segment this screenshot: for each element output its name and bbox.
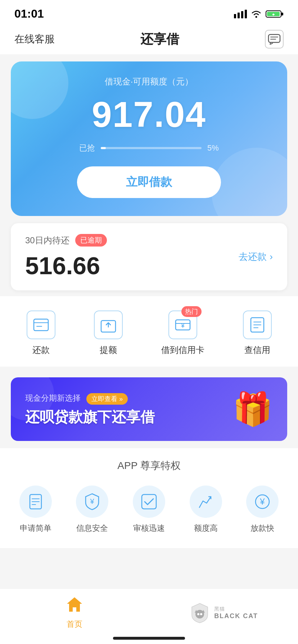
- privileges-grid: 申请简单 ¥ 信息安全 审核迅速: [7, 486, 291, 534]
- icon-grid: 还款 提额 热门 ¥ 借到信用卡: [0, 296, 298, 367]
- svg-rect-8: [268, 34, 280, 42]
- repay-left: 30日内待还 已逾期 516.66: [25, 234, 107, 280]
- overdue-badge: 已逾期: [75, 234, 107, 247]
- credit-card-icon: ¥: [175, 318, 191, 331]
- svg-point-33: [197, 613, 199, 615]
- icon-item-raise[interactable]: 提额: [94, 310, 123, 356]
- credit-icon-box: 热门 ¥: [168, 310, 197, 339]
- icon-item-credit-card[interactable]: 热门 ¥ 借到信用卡: [161, 310, 204, 356]
- bottom-nav: 首页 黑猫 BLACK CAT: [0, 588, 298, 644]
- bottom-nav-right: 黑猫 BLACK CAT: [149, 602, 298, 624]
- icon-label-raise: 提额: [100, 344, 117, 356]
- svg-rect-1: [238, 13, 240, 18]
- banner-small-text: 现金分期新选择 立即查看 »: [25, 393, 155, 404]
- svg-rect-0: [234, 14, 236, 18]
- go-repay-button[interactable]: 去还款 ›: [239, 250, 273, 263]
- nav-bar: 在线客服 还享借: [0, 24, 298, 54]
- bottom-nav-home-label: 首页: [67, 619, 82, 630]
- svg-rect-27: [142, 494, 156, 509]
- signal-icon: [234, 10, 247, 18]
- hero-progress-bar: [101, 147, 202, 149]
- privilege-label-security: 信息安全: [76, 523, 108, 534]
- icon-label-check-credit: 查信用: [244, 344, 270, 356]
- svg-point-4: [256, 16, 257, 18]
- shield-icon: ¥: [84, 493, 100, 510]
- status-icons: [234, 9, 284, 19]
- svg-point-34: [200, 613, 202, 615]
- svg-rect-6: [281, 13, 283, 15]
- hot-badge: 热门: [181, 306, 202, 317]
- hero-card: 借现金·可用额度（元） 917.04 已抢 5% 立即借款: [11, 61, 287, 216]
- doc-icon: [28, 494, 44, 510]
- raise-icon: [100, 317, 116, 333]
- privilege-item-security: ¥ 信息安全: [76, 486, 108, 534]
- privilege-item-simple: 申请简单: [19, 486, 52, 534]
- black-cat-logo: [189, 602, 211, 624]
- black-cat-text: BLACK CAT: [214, 612, 258, 620]
- chat-icon-btn[interactable]: [265, 30, 284, 49]
- hero-subtitle: 借现金·可用额度（元）: [25, 76, 273, 87]
- chat-icon: [268, 34, 281, 45]
- privileges-section: APP 尊享特权 申请简单 ¥ 信息安全: [0, 448, 298, 548]
- chart-icon-circle: [190, 486, 222, 518]
- bottom-nav-home[interactable]: 首页: [0, 596, 149, 630]
- check-circle-icon-circle: [133, 486, 165, 518]
- hero-progress-fill: [101, 147, 106, 149]
- svg-text:¥: ¥: [90, 497, 95, 505]
- privilege-item-fast-loan: ¥ 放款快: [246, 486, 279, 534]
- check-circle-icon: [141, 494, 157, 510]
- hero-progress-pct: 5%: [207, 143, 219, 153]
- icon-label-credit-card: 借到信用卡: [161, 344, 204, 356]
- privilege-label-high-limit: 额度高: [194, 523, 218, 534]
- banner-left: 现金分期新选择 立即查看 » 还呗贷款旗下还享借: [25, 393, 155, 425]
- privilege-item-fast-review: 审核迅速: [133, 486, 165, 534]
- yen-icon: ¥: [254, 494, 270, 510]
- hero-progress-label: 已抢: [79, 143, 95, 153]
- privilege-label-simple: 申请简单: [20, 523, 51, 534]
- wifi-icon: [250, 10, 262, 18]
- status-bar: 01:01: [0, 0, 298, 24]
- repay-amount: 516.66: [25, 252, 107, 280]
- repay-card: 30日内待还 已逾期 516.66 去还款 ›: [11, 223, 287, 290]
- promotion-banner[interactable]: 现金分期新选择 立即查看 » 还呗贷款旗下还享借 🎁: [11, 377, 287, 441]
- chart-icon: [198, 494, 214, 510]
- svg-rect-11: [34, 319, 48, 331]
- svg-rect-3: [245, 10, 247, 18]
- hero-amount: 917.04: [25, 95, 273, 134]
- privilege-item-high-limit: 额度高: [190, 486, 222, 534]
- icon-item-check-credit[interactable]: 查信用: [243, 310, 272, 356]
- home-icon: [66, 596, 83, 616]
- privilege-label-fast-loan: 放款快: [250, 523, 274, 534]
- icon-item-repay[interactable]: 还款: [27, 310, 55, 356]
- yen-icon-circle: ¥: [246, 486, 279, 518]
- battery-icon: [266, 9, 284, 19]
- check-credit-icon: [249, 317, 265, 333]
- banner-big-text: 还呗贷款旗下还享借: [25, 408, 155, 426]
- privileges-title: APP 尊享特权: [7, 459, 291, 473]
- home-indicator: [113, 637, 185, 640]
- svg-text:¥: ¥: [259, 497, 265, 506]
- svg-rect-2: [241, 11, 243, 18]
- borrow-now-button[interactable]: 立即借款: [77, 166, 221, 198]
- hero-progress-row: 已抢 5%: [25, 143, 273, 153]
- banner-tag[interactable]: 立即查看 »: [86, 393, 128, 405]
- repay-label: 30日内待还: [25, 235, 69, 246]
- shield-icon-circle: ¥: [76, 486, 108, 518]
- online-service-btn[interactable]: 在线客服: [14, 32, 55, 46]
- banner-illustration: 🎁: [232, 390, 273, 428]
- page-title: 还享借: [140, 31, 179, 48]
- raise-icon-box: [94, 310, 123, 339]
- status-time: 01:01: [14, 7, 44, 20]
- repay-top: 30日内待还 已逾期: [25, 234, 107, 247]
- check-credit-icon-box: [243, 310, 272, 339]
- privilege-label-fast-review: 审核迅速: [133, 523, 165, 534]
- repay-icon: [33, 318, 49, 331]
- icon-label-repay: 还款: [32, 344, 50, 356]
- repay-icon-box: [27, 310, 55, 339]
- doc-icon-circle: [19, 486, 52, 518]
